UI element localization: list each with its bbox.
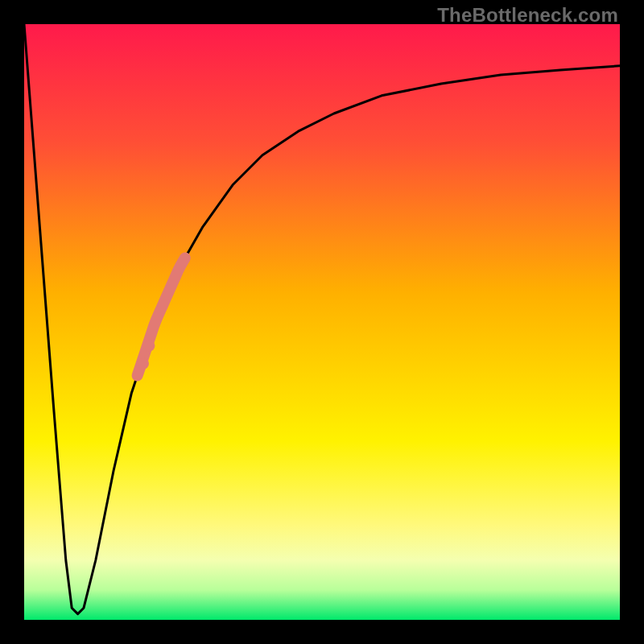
plot-svg <box>24 24 620 620</box>
watermark-text: TheBottleneck.com <box>437 4 618 27</box>
highlight-dot <box>138 358 149 369</box>
highlight-dot <box>143 341 155 352</box>
background-gradient <box>24 24 620 620</box>
plot-area <box>24 24 620 620</box>
chart-frame: TheBottleneck.com <box>0 0 644 644</box>
